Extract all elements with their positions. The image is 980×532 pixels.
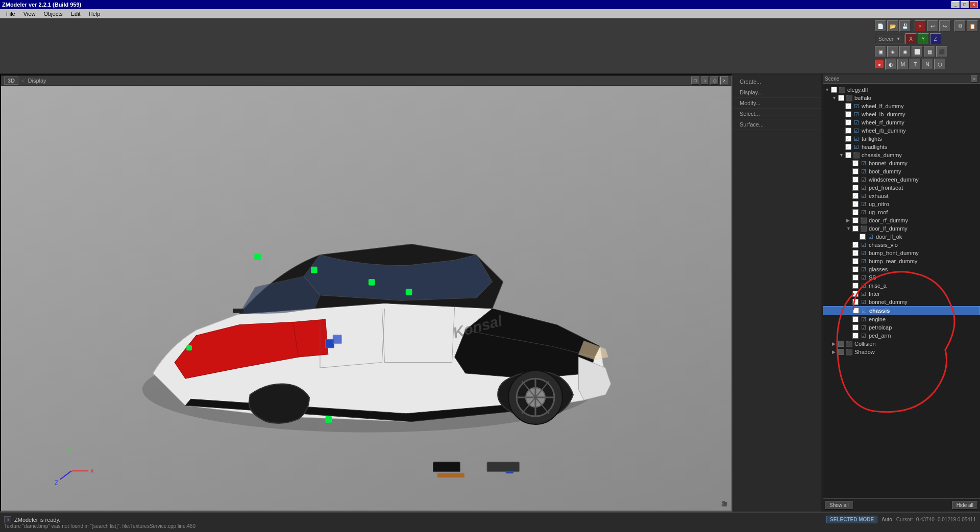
checkbox-buffalo[interactable]: ✓ xyxy=(838,95,844,101)
tree-item-door_lf_dummy[interactable]: ▼✓⬛door_lf_dummy xyxy=(823,224,980,233)
expand-arrow-elegy[interactable]: ▼ xyxy=(825,87,830,92)
panel-display[interactable]: Display... xyxy=(733,87,821,98)
maximize-button[interactable]: □ xyxy=(961,1,969,8)
checkbox-headlights[interactable]: ✓ xyxy=(845,144,851,150)
tree-item-bump_front_dummy[interactable]: ✓☑bump_front_dummy xyxy=(823,249,980,257)
tb-mat3[interactable]: N xyxy=(922,59,933,70)
show-all-button[interactable]: Show all xyxy=(825,501,853,510)
panel-create[interactable]: Create... xyxy=(733,77,821,87)
tb-x[interactable]: X xyxy=(905,33,917,44)
checkbox-exhaust[interactable]: ✓ xyxy=(852,193,859,199)
checkbox-ug_nitro[interactable]: ✓ xyxy=(852,201,859,207)
tree-item-wheel_lf_dummy[interactable]: ✓☑wheel_lf_dummy xyxy=(823,102,980,110)
checkbox-door_lf_ok[interactable]: ✓ xyxy=(860,234,866,240)
checkbox-wheel_lf_dummy[interactable]: ✓ xyxy=(845,103,851,109)
checkbox-boot_dummy[interactable]: ✓ xyxy=(852,168,859,174)
tb-copy[interactable]: ⧉ xyxy=(954,20,966,32)
scene-tree-wrapper[interactable]: ▼✓⬛elegy.dff▼✓⬛buffalo ✓☑wheel_lf_dummy … xyxy=(823,84,980,498)
tree-item-wheel_lb_dummy[interactable]: ✓☑wheel_lb_dummy xyxy=(823,110,980,118)
checkbox-bonnet_dummy[interactable]: ✓ xyxy=(852,160,859,166)
tb-render5[interactable]: ▦ xyxy=(924,46,935,57)
checkbox-chassis_vlo[interactable]: ✓ xyxy=(852,242,859,248)
expand-arrow-chassis_dummy[interactable]: ▼ xyxy=(839,153,844,158)
minimize-button[interactable]: _ xyxy=(951,1,960,8)
close-button[interactable]: × xyxy=(970,1,978,8)
tree-item-door_rf_dummy[interactable]: ▶✓⬛door_rf_dummy xyxy=(823,216,980,224)
scene-panel-close[interactable]: × xyxy=(971,75,978,83)
vp-icon-2[interactable]: ○ xyxy=(701,77,709,85)
checkbox-bump_front_dummy[interactable]: ✓ xyxy=(852,250,859,256)
tb-render4[interactable]: ⬜ xyxy=(912,46,923,57)
tb-redo[interactable]: ↪ xyxy=(939,20,950,32)
checkbox-ug_roof[interactable]: ✓ xyxy=(852,209,859,215)
tree-item-windscreen_dummy[interactable]: ✓☑windscreen_dummy xyxy=(823,175,980,184)
checkbox-door_lf_dummy[interactable]: ✓ xyxy=(852,225,859,232)
tree-item-Inter[interactable]: ✓☑Inter xyxy=(823,290,980,298)
menu-view[interactable]: View xyxy=(19,10,40,18)
tree-item-engine[interactable]: ✓☑engine xyxy=(823,315,980,323)
tb-mat2[interactable]: T xyxy=(910,59,921,70)
menu-edit[interactable]: Edit xyxy=(67,10,85,18)
tb-y[interactable]: Y xyxy=(918,33,929,44)
tb-render6[interactable]: ⬛ xyxy=(936,46,947,57)
tree-item-chassis_vlo[interactable]: ✓☑chassis_vlo xyxy=(823,241,980,249)
tree-item-Collision[interactable]: ▶⬛Collision xyxy=(823,340,980,348)
tree-item-glasses[interactable]: ✓☑glasses xyxy=(823,265,980,273)
checkbox-elegy[interactable]: ✓ xyxy=(831,87,837,93)
tb-light2[interactable]: ◐ xyxy=(885,59,896,70)
tb-open[interactable]: 📂 xyxy=(887,20,898,32)
tree-item-ped_arm[interactable]: ✓☑ped_arm xyxy=(823,332,980,340)
tree-item-chassis_sub[interactable]: ✓☑chassis xyxy=(823,306,980,315)
tb-render3[interactable]: ◉ xyxy=(899,46,911,57)
tb-z[interactable]: Z xyxy=(930,33,941,44)
tree-item-misc_a[interactable]: ✓☑misc_a xyxy=(823,282,980,290)
checkbox-wheel_lb_dummy[interactable]: ✓ xyxy=(845,111,851,117)
hide-all-button[interactable]: Hide all xyxy=(952,501,978,510)
tree-item-boot_dummy[interactable]: ✓☑boot_dummy xyxy=(823,167,980,175)
checkbox-ped_frontseat[interactable]: ✓ xyxy=(852,185,859,191)
tb-render1[interactable]: ▣ xyxy=(875,46,886,57)
checkbox-chassis_dummy[interactable]: ✓ xyxy=(845,152,851,158)
viewport-canvas[interactable]: Konsal X Y Z 🎥 xyxy=(1,86,731,511)
expand-arrow-Shadow[interactable]: ▶ xyxy=(832,349,837,354)
checkbox-SS[interactable]: ✓ xyxy=(852,274,859,281)
checkbox-taillights[interactable]: ✓ xyxy=(845,136,851,142)
expand-arrow-door_lf_dummy[interactable]: ▼ xyxy=(846,226,851,231)
panel-surface[interactable]: Surface... xyxy=(733,119,821,130)
vp-icon-1[interactable]: □ xyxy=(691,77,699,85)
tb-new[interactable]: 📄 xyxy=(875,20,886,32)
tb-paste[interactable]: 📋 xyxy=(967,20,978,32)
checkbox-glasses[interactable]: ✓ xyxy=(852,266,859,272)
tree-item-door_lf_ok[interactable]: ✓☑door_lf_ok xyxy=(823,233,980,241)
tree-item-ug_roof[interactable]: ✓☑ug_roof xyxy=(823,208,980,216)
tb-close[interactable]: × xyxy=(915,20,926,32)
tree-item-buffalo[interactable]: ▼✓⬛buffalo xyxy=(823,94,980,102)
tree-item-wheel_rf_dummy[interactable]: ✓☑wheel_rf_dummy xyxy=(823,118,980,126)
vp-icon-4[interactable]: × xyxy=(720,77,728,85)
menu-help[interactable]: Help xyxy=(85,10,105,18)
tree-item-exhaust[interactable]: ✓☑exhaust xyxy=(823,192,980,200)
tree-item-petrolcap[interactable]: ✓☑petrolcap xyxy=(823,323,980,332)
tb-light1[interactable]: ● xyxy=(875,60,884,69)
checkbox-wheel_rf_dummy[interactable]: ✓ xyxy=(845,119,851,125)
checkbox-Collision[interactable] xyxy=(838,341,844,347)
menu-objects[interactable]: Objects xyxy=(39,10,66,18)
checkbox-engine[interactable]: ✓ xyxy=(852,316,859,322)
menu-file[interactable]: File xyxy=(2,10,19,18)
checkbox-bonnet_dummy2[interactable]: ✓ xyxy=(852,299,859,305)
tree-item-bonnet_dummy2[interactable]: ✓☑bonnet_dummy xyxy=(823,298,980,306)
expand-arrow-buffalo[interactable]: ▼ xyxy=(832,95,837,100)
checkbox-wheel_rb_dummy[interactable]: ✓ xyxy=(845,128,851,134)
tree-item-bonnet_dummy[interactable]: ✓☑bonnet_dummy xyxy=(823,159,980,167)
screen-selector[interactable]: Screen ▼ xyxy=(875,35,904,43)
tb-save[interactable]: 💾 xyxy=(899,20,911,32)
tree-item-headlights[interactable]: ✓☑headlights xyxy=(823,143,980,151)
expand-arrow-door_rf_dummy[interactable]: ▶ xyxy=(846,218,851,223)
checkbox-bump_rear_dummy[interactable]: ✓ xyxy=(852,258,859,264)
checkbox-windscreen_dummy[interactable]: ✓ xyxy=(852,176,859,183)
checkbox-petrolcap[interactable]: ✓ xyxy=(852,324,859,331)
panel-modify[interactable]: Modify... xyxy=(733,98,821,109)
tree-item-bump_rear_dummy[interactable]: ✓☑bump_rear_dummy xyxy=(823,257,980,265)
checkbox-misc_a[interactable]: ✓ xyxy=(852,283,859,289)
tree-item-taillights[interactable]: ✓☑taillights xyxy=(823,135,980,143)
